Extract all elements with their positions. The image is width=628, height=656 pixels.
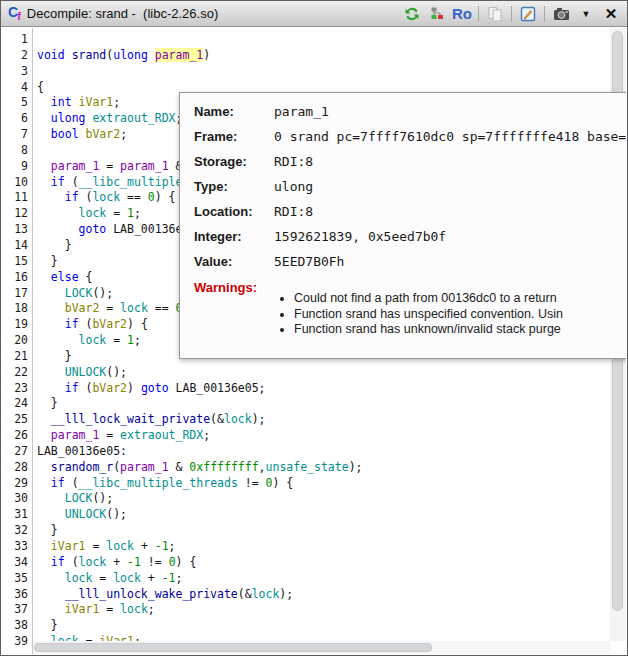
code-line[interactable]: LAB_00136e05: [37, 444, 626, 460]
code-line[interactable] [37, 32, 626, 48]
code-token[interactable]: 0 [148, 190, 155, 204]
code-line[interactable]: iVar1 = lock + -1; [37, 539, 626, 555]
code-token[interactable] [37, 159, 51, 173]
code-token[interactable] [37, 428, 51, 442]
code-token[interactable]: lock [224, 412, 252, 426]
code-token[interactable]: LAB_00136e [106, 222, 182, 236]
code-token[interactable]: param_1 [51, 428, 99, 442]
code-token[interactable] [37, 587, 65, 601]
code-token[interactable]: ( [79, 317, 93, 331]
code-token[interactable]: param_1 [120, 460, 168, 474]
code-token[interactable]: ( [65, 555, 79, 569]
code-token[interactable] [37, 476, 51, 490]
code-line[interactable]: __lll_unlock_wake_private(&lock); [37, 587, 626, 603]
code-token[interactable]: goto [141, 381, 169, 395]
code-token[interactable]: , [259, 460, 266, 474]
code-token[interactable]: if [51, 555, 65, 569]
code-token[interactable]: (); [92, 286, 113, 300]
code-token[interactable]: lock [79, 206, 107, 220]
code-token[interactable]: goto [79, 222, 107, 236]
edit-icon[interactable] [519, 5, 537, 23]
code-token[interactable]: = [99, 602, 120, 616]
code-token[interactable] [72, 95, 79, 109]
code-token[interactable]: iVar1 [79, 95, 114, 109]
code-token[interactable]: (& [210, 412, 224, 426]
code-token[interactable]: ); [252, 412, 266, 426]
code-line[interactable]: __lll_lock_wait_private(&lock); [37, 412, 626, 428]
code-token[interactable]: LAB_00136e05; [169, 381, 266, 395]
code-token[interactable]: srand [72, 48, 107, 62]
code-line[interactable]: if (bVar2) goto LAB_00136e05; [37, 381, 626, 397]
code-token[interactable]: param_1 [51, 159, 99, 173]
horizontal-scrollbar[interactable] [33, 641, 610, 654]
code-token[interactable] [148, 48, 155, 62]
code-line[interactable]: LOCK(); [37, 491, 626, 507]
code-token[interactable]: != [238, 476, 266, 490]
code-token[interactable]: if [51, 476, 65, 490]
code-token[interactable]: __libc_multiple [79, 175, 183, 189]
code-token[interactable]: ( [79, 190, 93, 204]
code-token[interactable]: unsafe_state [266, 460, 349, 474]
code-token[interactable]: lock [79, 333, 107, 347]
code-token[interactable]: } [37, 349, 72, 363]
code-token[interactable] [37, 571, 65, 585]
code-token[interactable] [37, 460, 51, 474]
code-line[interactable] [37, 64, 626, 80]
code-token[interactable]: iVar1 [65, 602, 100, 616]
code-line[interactable]: void srand(ulong param_1) [37, 48, 626, 64]
code-line[interactable]: } [37, 396, 626, 412]
code-token[interactable]: __libc_multiple_threads [79, 476, 238, 490]
code-line[interactable]: UNLOCK(); [37, 365, 626, 381]
code-token[interactable]: __lll_lock_wait_private [51, 412, 210, 426]
snapshot-icon[interactable] [552, 5, 570, 23]
code-token[interactable] [37, 222, 79, 236]
code-token[interactable]: else [51, 270, 79, 284]
code-token[interactable]: bool [51, 127, 79, 141]
code-token[interactable]: lock [65, 571, 93, 585]
code-token[interactable]: ) [203, 48, 210, 62]
code-token[interactable] [37, 365, 65, 379]
code-token[interactable]: if [51, 175, 65, 189]
code-token[interactable] [37, 381, 65, 395]
code-line[interactable]: } [37, 618, 626, 634]
code-token[interactable]: ; [134, 206, 141, 220]
code-token[interactable]: LOCK [65, 491, 93, 505]
code-token[interactable]: } [37, 238, 72, 252]
code-token[interactable]: + [134, 539, 155, 553]
code-token[interactable]: 1 [127, 206, 134, 220]
code-token[interactable]: ( [65, 175, 79, 189]
code-token[interactable]: lock [120, 301, 148, 315]
code-token[interactable]: param_1 [120, 159, 168, 173]
code-token[interactable]: ) { [127, 317, 148, 331]
close-icon[interactable]: ✕ [602, 5, 620, 23]
code-token[interactable]: 0 [169, 555, 176, 569]
code-token[interactable]: == [120, 190, 148, 204]
code-token[interactable]: bVar2 [92, 317, 127, 331]
code-token[interactable]: int [51, 95, 72, 109]
code-token[interactable] [37, 127, 51, 141]
code-token[interactable]: bVar2 [92, 381, 127, 395]
code-token[interactable]: (); [106, 365, 127, 379]
code-token[interactable]: } [37, 618, 58, 632]
code-token[interactable]: ; [120, 127, 127, 141]
code-token[interactable]: lock [92, 190, 120, 204]
code-token[interactable]: (); [106, 507, 127, 521]
code-token[interactable] [37, 111, 51, 125]
code-token[interactable]: lock [252, 587, 280, 601]
refresh-icon[interactable] [403, 5, 421, 23]
code-line[interactable]: if (__libc_multiple_threads != 0) { [37, 476, 626, 492]
code-token[interactable]: ) { [155, 190, 176, 204]
code-token[interactable] [37, 270, 51, 284]
code-token[interactable]: { [37, 80, 44, 94]
code-token[interactable]: -1 [127, 555, 141, 569]
code-token[interactable]: = [99, 159, 120, 173]
code-token[interactable]: (); [92, 491, 113, 505]
code-token[interactable]: ) { [176, 555, 197, 569]
code-token[interactable]: = [99, 301, 120, 315]
code-token[interactable]: if [65, 317, 79, 331]
graph-icon[interactable] [428, 5, 446, 23]
code-token[interactable]: bVar2 [86, 127, 121, 141]
code-token[interactable] [37, 412, 51, 426]
code-token[interactable]: lock [79, 555, 107, 569]
code-token[interactable] [37, 602, 65, 616]
